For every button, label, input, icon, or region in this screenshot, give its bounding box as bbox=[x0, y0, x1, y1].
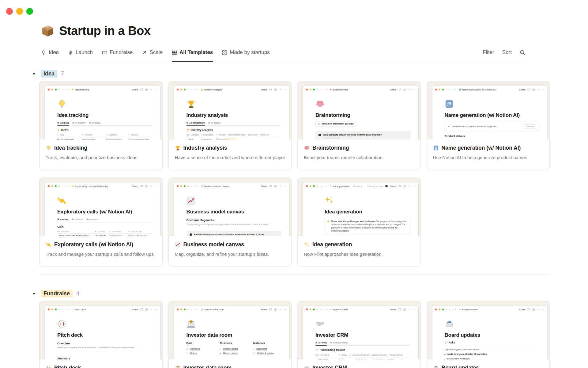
template-grid: ≡‹›+Pitch deckShare☆···Pitch deckOne-Lin… bbox=[39, 301, 550, 368]
template-card-industry-analysis[interactable]: ≡‹›+Industry analysisShare☆···Industry a… bbox=[168, 81, 292, 170]
preview-callout-gray: What products exist in the world we thin… bbox=[315, 131, 410, 140]
template-card-investor-crm[interactable]: ≡‹›+Investor CRMShare☆···Investor CRM▦Al… bbox=[297, 301, 421, 368]
template-title: Board updates bbox=[433, 365, 544, 368]
collapse-caret-icon[interactable]: ▼ bbox=[32, 292, 37, 296]
template-card-investor-data-room[interactable]: ≡‹›+$Investor data roomShare☆···$Investo… bbox=[168, 301, 292, 368]
filter-button[interactable]: Filter bbox=[483, 49, 494, 56]
person-icon: ● bbox=[95, 230, 96, 232]
share-button: Share bbox=[261, 308, 267, 311]
preview-toggle: ▸Key metrics for March bbox=[445, 358, 540, 359]
preview-tab: ▦Calendar bbox=[72, 218, 83, 220]
preview-titlebar: ≡‹›+ABCDName generation (w/ Notion AI)Sh… bbox=[432, 86, 548, 93]
template-card-footer: Investor CRM bbox=[298, 359, 420, 368]
template-sections: ▼Idea7≡‹›+Idea trackingShare☆···Idea tra… bbox=[39, 70, 550, 368]
preview-window: ≡‹›+Pitch deckShare☆···Pitch deckOne-Lin… bbox=[45, 306, 160, 359]
abcd-emoji: ABCD bbox=[445, 99, 454, 109]
share-button: Share bbox=[390, 185, 396, 188]
template-card-pitch-deck[interactable]: ≡‹›+Pitch deckShare☆···Pitch deckOne-Lin… bbox=[39, 301, 163, 368]
preview-divider bbox=[57, 353, 147, 353]
close-button[interactable] bbox=[6, 8, 13, 15]
template-preview: ≡‹›+BrainstormingShare☆···Brainstorming?… bbox=[298, 81, 420, 140]
package-icon bbox=[41, 24, 55, 38]
preview-bullet: •Software product to bring teams togethe… bbox=[445, 139, 540, 140]
clock-icon bbox=[274, 185, 277, 188]
template-description: Map, organize, and refine your startup's… bbox=[175, 251, 285, 257]
bulb-emoji bbox=[71, 88, 74, 91]
template-card-board-updates[interactable]: ≡‹›+Board updatesShare☆···Board updatesA… bbox=[427, 301, 550, 368]
section-badge[interactable]: Fundraise bbox=[41, 290, 73, 297]
aa-icon: Aa bbox=[57, 230, 60, 232]
news-icon: □ bbox=[220, 348, 221, 350]
generate-button: Generate bbox=[524, 124, 536, 128]
template-card-footer: $Investor data room bbox=[169, 359, 292, 368]
clock-icon bbox=[274, 308, 277, 311]
preview-window: ≡←→Idea generationPrivate ▾Edited just n… bbox=[303, 182, 418, 236]
tab-scale[interactable]: Scale bbox=[142, 49, 163, 56]
callme-emoji bbox=[71, 185, 74, 187]
comment-icon bbox=[269, 185, 272, 188]
comment-icon bbox=[269, 308, 272, 311]
flash-icon: ≡ bbox=[128, 134, 130, 136]
tab-label: Scale bbox=[149, 49, 163, 56]
template-card-brainstorming[interactable]: ≡‹›+BrainstormingShare☆···Brainstorming?… bbox=[297, 81, 421, 170]
comment-icon bbox=[140, 185, 143, 188]
template-title: Industry analysis bbox=[175, 145, 285, 151]
moneywings-emoji bbox=[304, 365, 310, 368]
template-title: $Investor data room bbox=[175, 365, 285, 368]
template-title: ABCDName generation (w/ Notion AI) bbox=[433, 145, 544, 151]
preview-tab: ▦All competitors bbox=[187, 121, 205, 124]
template-card-name-generation-w-notion-ai[interactable]: ≡‹›+ABCDName generation (w/ Notion AI)Sh… bbox=[427, 81, 550, 170]
tab-made-by-startups[interactable]: Made by startups bbox=[222, 49, 270, 56]
template-preview: ≡‹›+Idea trackingShare☆···Idea tracking▦… bbox=[40, 81, 162, 140]
template-card-exploratory-calls-w-notion-ai[interactable]: ≡‹›+Exploratory calls (w/ Notion AI)Shar… bbox=[39, 178, 163, 266]
envelope-emoji bbox=[459, 308, 461, 311]
tab-idea[interactable]: Idea bbox=[41, 49, 59, 56]
at-icon: @ bbox=[401, 354, 403, 356]
preview-section-title: Idea's bbox=[57, 128, 152, 132]
share-button: Share bbox=[132, 88, 138, 91]
section-count: 4 bbox=[76, 290, 79, 297]
page-content: Startup in a Box IdeaLaunchFundraiseScal… bbox=[39, 24, 550, 368]
tab-fundraise[interactable]: Fundraise bbox=[102, 49, 133, 56]
bank-emoji: $ bbox=[187, 319, 196, 328]
clock-icon bbox=[145, 88, 148, 91]
preview-table: AaCompany≡Description≡Pricing≡Most commo… bbox=[187, 133, 281, 140]
preview-page-title: Brainstorming bbox=[315, 112, 410, 118]
minimize-button[interactable] bbox=[16, 8, 23, 15]
template-title: Investor CRM bbox=[304, 365, 414, 368]
preview-titlebar: ≡‹›+Industry analysisShare☆··· bbox=[174, 86, 289, 93]
preview-window: ≡‹›+Exploratory calls (w/ Notion AI)Shar… bbox=[45, 182, 160, 236]
slide-icon bbox=[318, 134, 321, 136]
burger-icon: ≡ bbox=[201, 134, 202, 136]
template-preview: ≡‹›+Industry analysisShare☆···Industry a… bbox=[169, 81, 292, 140]
preview-sub-button: Add an idea bbox=[323, 138, 341, 140]
sort-button[interactable]: Sort bbox=[502, 49, 512, 56]
template-card-idea-generation[interactable]: ≡←→Idea generationPrivate ▾Edited just n… bbox=[297, 178, 421, 266]
search-icon[interactable] bbox=[520, 50, 526, 56]
clock-icon bbox=[145, 308, 148, 311]
tab-all-templates[interactable]: All Templates bbox=[172, 49, 213, 56]
template-title: Pitch deck bbox=[46, 365, 156, 368]
speech-bubble-icon bbox=[445, 341, 447, 344]
tab-launch[interactable]: Launch bbox=[68, 49, 93, 56]
template-card-idea-tracking[interactable]: ≡‹›+Idea trackingShare☆···Idea tracking▦… bbox=[39, 81, 163, 170]
preview-table-row: ✓Task managerInefficient team collaborat… bbox=[57, 137, 152, 140]
brain-emoji bbox=[315, 99, 325, 109]
burger-icon: ≡ bbox=[386, 354, 388, 356]
preview-titlebar: ≡‹›+Investor CRMShare☆··· bbox=[303, 306, 418, 312]
preview-text: Open the toggle to view more details. bbox=[445, 348, 540, 351]
share-button: Share bbox=[132, 185, 138, 188]
section-badge[interactable]: Idea bbox=[41, 70, 57, 78]
zoom-button[interactable] bbox=[26, 8, 33, 15]
template-card-business-model-canvas[interactable]: ≡‹›+Business model canvasShare☆···Busine… bbox=[168, 178, 292, 266]
collapse-caret-icon[interactable]: ▼ bbox=[32, 72, 37, 76]
template-card-footer: Idea generationHow Pilot approaches idea… bbox=[298, 236, 420, 257]
arrow-ne-icon bbox=[142, 50, 147, 55]
preview-table: AaPurpose●Contact≡Company≡Contact role□P… bbox=[57, 230, 152, 236]
svg-text:AB: AB bbox=[447, 101, 451, 104]
bulb-icon bbox=[327, 220, 329, 222]
preview-tab: ▦By industry bbox=[72, 121, 86, 124]
preview-window: ≡‹›+BrainstormingShare☆···Brainstorming?… bbox=[303, 86, 418, 140]
bulb-emoji bbox=[57, 99, 66, 109]
section-idea: ▼Idea7≡‹›+Idea trackingShare☆···Idea tra… bbox=[39, 70, 550, 271]
